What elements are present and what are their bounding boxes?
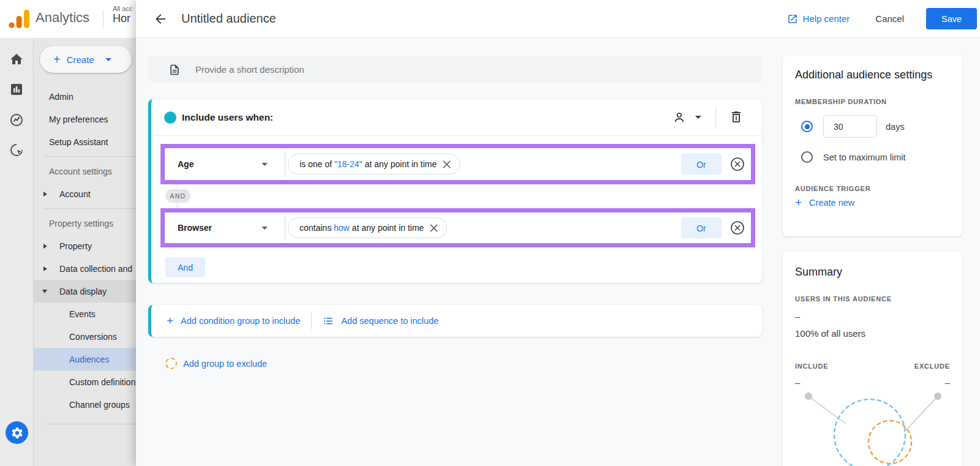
summary-card: Summary USERS IN THIS AUDIENCE – 100% of… — [783, 251, 962, 466]
chevron-down-icon — [105, 58, 111, 61]
header-divider — [715, 108, 716, 127]
and-connector-chip: AND — [165, 189, 190, 203]
sidebar-item-admin[interactable]: Admin — [34, 85, 136, 108]
include-card-title: Include users when: — [182, 112, 273, 123]
exclude-label: EXCLUDE — [914, 363, 950, 370]
add-sequence-button[interactable]: Add sequence to include — [323, 315, 439, 326]
sidebar-item-audiences[interactable]: Audiences — [34, 348, 136, 370]
add-and-condition-button[interactable]: And — [165, 257, 205, 277]
or-button[interactable]: Or — [681, 217, 722, 239]
home-icon[interactable] — [9, 52, 24, 67]
sidenav-divider — [44, 424, 136, 424]
dimension-dropdown[interactable]: Age — [178, 159, 194, 169]
remove-circle-icon[interactable] — [730, 220, 745, 235]
nav-rail — [0, 38, 34, 466]
app-title: Analytics — [36, 10, 89, 26]
chevron-down-icon[interactable] — [695, 116, 701, 119]
section-account-settings: Account settings — [34, 160, 136, 182]
filter-text: at any point in time — [363, 159, 437, 169]
annotation-box-condition-2: Browser contains how at any point in tim… — [160, 208, 755, 247]
sidebar-item-data-collection[interactable]: Data collection and — [34, 257, 136, 280]
max-limit-radio[interactable] — [801, 151, 813, 163]
max-limit-label: Set to maximum limit — [823, 152, 906, 162]
account-scope-label: All acc — [113, 5, 136, 12]
external-link-icon — [787, 13, 798, 24]
remove-circle-icon[interactable] — [730, 157, 745, 171]
account-name: Hor — [113, 12, 136, 25]
membership-duration-label: MEMBERSHIP DURATION — [795, 98, 887, 105]
account-switcher[interactable]: All acc Hor — [113, 5, 136, 25]
cancel-button[interactable]: Cancel — [875, 13, 904, 24]
sidebar-item-data-display[interactable]: Data display — [34, 280, 136, 303]
create-new-trigger-button[interactable]: + Create new — [795, 196, 854, 209]
person-scope-icon[interactable] — [672, 110, 687, 125]
include-card-header: Include users when: — [151, 99, 762, 136]
sidebar-item-channel-groups[interactable]: Channel groups — [34, 393, 136, 416]
duration-unit-label: days — [886, 122, 905, 132]
close-icon[interactable] — [430, 224, 438, 232]
condition-row: Age is one of "18-24" at any point in ti… — [165, 148, 751, 180]
include-dot-icon — [164, 111, 176, 124]
condition-filter-chip[interactable]: is one of "18-24" at any point in time — [288, 154, 460, 175]
percent-of-users: 100% of all users — [795, 328, 865, 339]
help-center-link[interactable]: Help center — [787, 13, 850, 24]
duration-days-input[interactable] — [823, 115, 877, 138]
save-button[interactable]: Save — [926, 8, 977, 29]
condition-filter-chip[interactable]: contains how at any point in time — [288, 217, 447, 238]
trash-icon[interactable] — [729, 110, 744, 124]
chevron-right-icon — [43, 192, 47, 197]
dashed-circle-exclude-icon — [165, 358, 177, 369]
summary-title: Summary — [795, 266, 842, 279]
admin-sidenav: + Create Admin My preferences Setup Assi… — [34, 38, 136, 466]
description-input[interactable] — [195, 64, 762, 75]
sidebar-item-events[interactable]: Events — [34, 303, 136, 325]
admin-gear-button[interactable] — [6, 421, 28, 444]
additional-settings-card: Additional audience settings MEMBERSHIP … — [783, 55, 962, 236]
chevron-right-icon — [43, 244, 47, 249]
ga-logo-icon — [9, 10, 29, 28]
or-button[interactable]: Or — [681, 154, 722, 175]
plus-icon: + — [167, 314, 173, 328]
add-group-to-exclude-label: Add group to exclude — [183, 359, 267, 369]
plus-icon: + — [795, 196, 802, 209]
document-icon — [168, 63, 181, 77]
duration-days-radio[interactable] — [801, 121, 813, 132]
annotation-box-condition-1: Age is one of "18-24" at any point in ti… — [160, 144, 755, 184]
add-sequence-label: Add sequence to include — [341, 316, 439, 326]
sidebar-item-property[interactable]: Property — [34, 235, 136, 257]
ga-audience-builder: Analytics All acc Hor — [0, 0, 980, 466]
add-group-to-exclude-button[interactable]: Add group to exclude — [165, 358, 267, 369]
filter-text: contains — [300, 223, 334, 233]
users-in-audience-label: USERS IN THIS AUDIENCE — [795, 295, 892, 303]
audience-venn-diagram — [783, 386, 962, 466]
editor-header: Untitled audience Help center Cancel Sav… — [136, 0, 980, 38]
create-button[interactable]: + Create — [40, 46, 132, 73]
divider — [311, 312, 312, 329]
close-icon[interactable] — [443, 160, 451, 168]
add-group-card: + Add condition group to include Add seq… — [148, 305, 762, 337]
audience-editor-panel: Untitled audience Help center Cancel Sav… — [136, 0, 980, 466]
chevron-down-icon[interactable] — [262, 227, 268, 230]
sidenav-divider — [44, 208, 136, 209]
back-arrow-icon[interactable] — [153, 12, 168, 26]
explore-icon[interactable] — [9, 113, 24, 127]
topbar-divider — [103, 10, 104, 28]
sidebar-item-conversions[interactable]: Conversions — [34, 325, 136, 348]
condition-row: Browser contains how at any point in tim… — [165, 212, 751, 243]
chevron-right-icon — [43, 266, 47, 271]
sidebar-item-setup-assistant[interactable]: Setup Assistant — [34, 130, 136, 153]
dimension-dropdown[interactable]: Browser — [178, 223, 212, 233]
sidebar-item-custom-definitions[interactable]: Custom definitions — [34, 370, 136, 393]
audience-trigger-label: AUDIENCE TRIGGER — [795, 185, 870, 192]
create-new-label: Create new — [809, 198, 854, 208]
row-divider — [285, 215, 285, 241]
reports-icon[interactable] — [9, 82, 24, 97]
add-condition-group-label: Add condition group to include — [181, 316, 300, 326]
sidebar-item-my-preferences[interactable]: My preferences — [34, 108, 136, 130]
filter-value: how — [334, 223, 350, 233]
advertising-icon[interactable] — [9, 143, 24, 157]
sidebar-item-account[interactable]: Account — [34, 182, 136, 205]
chevron-down-icon[interactable] — [262, 163, 268, 166]
include-label: INCLUDE — [795, 363, 829, 370]
add-condition-group-button[interactable]: + Add condition group to include — [167, 314, 300, 328]
